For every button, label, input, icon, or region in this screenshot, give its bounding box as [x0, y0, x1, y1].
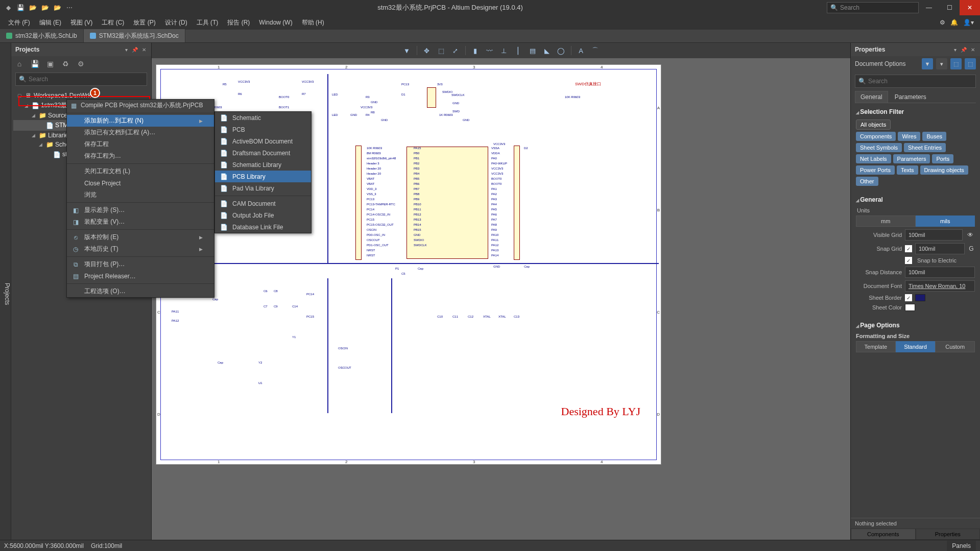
home-icon[interactable]: ⌂	[15, 60, 23, 68]
filter-dropdown-icon[interactable]: ▾	[936, 58, 947, 69]
footer-tab-properties[interactable]: Properties	[916, 529, 981, 540]
filter-all-objects[interactable]: All objects	[856, 119, 891, 130]
net-icon[interactable]: ⊥	[497, 45, 511, 56]
doc-font-value[interactable]: Times New Roman, 10	[905, 280, 975, 292]
projects-search[interactable]: 🔍	[15, 73, 147, 86]
context-menu-item[interactable]: 添加已有文档到工程 (A)…	[67, 127, 214, 138]
select-mode-1-icon[interactable]: ⬚	[950, 58, 962, 69]
panel-close-icon[interactable]: ✕	[141, 47, 147, 53]
user-icon[interactable]: 👤▾	[963, 19, 974, 26]
visible-grid-value[interactable]: 100mil	[905, 229, 963, 241]
sheet-color-swatch[interactable]	[905, 304, 915, 311]
context-menu-item[interactable]: 📄CAM Document	[215, 198, 311, 209]
filter-pill[interactable]: Wires	[898, 132, 920, 141]
eye-icon[interactable]: 👁	[966, 231, 975, 238]
snap-grid-value[interactable]: 100mil	[915, 243, 965, 254]
context-menu-item[interactable]: 📄Schematic	[215, 112, 311, 124]
filter-pill[interactable]: Texts	[897, 165, 918, 175]
filter-pill[interactable]: Power Ports	[856, 165, 895, 175]
panel-pin-icon[interactable]: 📌	[960, 47, 968, 53]
context-menu-item[interactable]: ◧显示差异 (S)…	[67, 204, 214, 216]
save-all-icon[interactable]: 💾	[31, 60, 39, 68]
text-icon[interactable]: A	[575, 45, 588, 56]
context-menu-item[interactable]: 浏览	[67, 189, 214, 201]
filter-pill[interactable]: Drawing objects	[920, 165, 968, 175]
snap-grid-checkbox[interactable]: ✓	[905, 245, 912, 252]
print-icon[interactable]: 📂	[53, 4, 61, 12]
filter-pill[interactable]: Parameters	[893, 154, 930, 163]
zoom-icon[interactable]: ⤢	[449, 45, 462, 56]
context-menu-item[interactable]: 📄PCB Library	[215, 171, 311, 182]
context-menu-item[interactable]: ▦Compile PCB Project stm32最小系统.PrjPCB	[67, 100, 214, 111]
tab-parameters[interactable]: Parameters	[889, 91, 932, 103]
context-menu-item[interactable]: 📄ActiveBOM Document	[215, 135, 311, 147]
global-search[interactable]: 🔍 Search	[827, 2, 919, 13]
filter-pill[interactable]: Sheet Entries	[904, 143, 946, 152]
filter-pill[interactable]: Buses	[922, 132, 946, 141]
panel-pin-icon[interactable]: 📌	[131, 47, 139, 53]
context-menu-item[interactable]: 📄Pad Via Library	[215, 182, 311, 194]
open-icon[interactable]: 📂	[29, 4, 37, 12]
context-menu-item[interactable]: 📄Draftsman Document	[215, 147, 311, 159]
maximize-button[interactable]: ☐	[939, 0, 960, 15]
units-mm[interactable]: mm	[856, 215, 916, 227]
context-menu-item[interactable]: 关闭工程文档 (L)	[67, 165, 214, 177]
grid-icon[interactable]: ▮	[469, 45, 482, 56]
menu-reports[interactable]: 报告 (R)	[223, 17, 254, 29]
gear-icon[interactable]: ⚙	[940, 19, 945, 26]
minimize-button[interactable]: —	[919, 0, 939, 15]
context-menu-item[interactable]: 保存工程	[67, 138, 214, 150]
menu-tools[interactable]: 工具 (T)	[193, 17, 223, 29]
menu-edit[interactable]: 编辑 (E)	[35, 17, 65, 29]
filter-pill[interactable]: Other	[856, 177, 878, 186]
bell-icon[interactable]: 🔔	[950, 19, 958, 26]
menu-window[interactable]: Window (W)	[255, 17, 296, 28]
snap-distance-value[interactable]: 100mil	[905, 267, 975, 278]
panels-button[interactable]: Panels	[947, 541, 976, 551]
context-menu-item[interactable]: ⧉项目打包 (P)…	[67, 258, 214, 270]
tab-schdoc[interactable]: STM32最小系统练习.SchDoc	[84, 29, 185, 42]
footer-tab-components[interactable]: Components	[851, 529, 916, 540]
context-menu-item[interactable]: 保存工程为…	[67, 150, 214, 162]
wire-icon[interactable]: 〰	[483, 45, 496, 56]
menu-place[interactable]: 放置 (P)	[129, 17, 159, 29]
toolbar-gear-icon[interactable]: ⚙	[77, 60, 85, 68]
power-icon[interactable]: ◣	[540, 45, 554, 56]
menu-file[interactable]: 文件 (F)	[4, 17, 34, 29]
context-menu-item[interactable]: 📄Schematic Library	[215, 159, 311, 171]
save-icon[interactable]: 💾	[16, 4, 25, 12]
context-menu-item[interactable]: 📄PCB	[215, 124, 311, 135]
tab-schlib[interactable]: stm32最小系统.SchLib	[0, 29, 84, 42]
sheet-border-checkbox[interactable]: ✓	[905, 294, 912, 301]
context-menu-item[interactable]: ⎋版本控制 (E)▶	[67, 231, 214, 243]
part-icon[interactable]: ◯	[555, 45, 568, 56]
panel-dropdown-icon[interactable]: ▾	[124, 47, 129, 53]
snap-electric-checkbox[interactable]: ✓	[905, 257, 912, 264]
bus-icon[interactable]: ⎮	[512, 45, 525, 56]
context-menu-item[interactable]: 📄Database Link File	[215, 221, 311, 233]
filter-pill[interactable]: Components	[856, 132, 896, 141]
menu-help[interactable]: 帮助 (H)	[298, 17, 328, 29]
filter-icon[interactable]: ▼	[400, 45, 414, 56]
sidebar-tab-projects[interactable]: Projects	[0, 43, 11, 540]
tab-general[interactable]: General	[855, 91, 888, 103]
projects-search-input[interactable]	[29, 76, 144, 83]
context-menu-item[interactable]: ◨装配变量 (V)…	[67, 216, 214, 228]
context-menu-item[interactable]: 工程选项 (O)…	[67, 285, 214, 297]
open-project-icon[interactable]: 📂	[41, 4, 49, 12]
menu-project[interactable]: 工程 (C)	[98, 17, 128, 29]
formatting-template[interactable]: Template	[856, 341, 896, 352]
properties-search[interactable]: 🔍	[855, 75, 976, 88]
formatting-custom[interactable]: Custom	[935, 341, 975, 352]
filter-button[interactable]: ▼	[922, 58, 933, 69]
context-menu-item[interactable]: ◷本地历史 (T)▶	[67, 243, 214, 255]
undo-icon[interactable]: ⋯	[65, 4, 74, 12]
sheet-border-swatch[interactable]	[915, 294, 925, 301]
filter-pill[interactable]: Ports	[932, 154, 953, 163]
panel-close-icon[interactable]: ✕	[970, 47, 976, 53]
select-icon[interactable]: ⬚	[435, 45, 448, 56]
properties-search-input[interactable]	[868, 78, 972, 85]
panel-dropdown-icon[interactable]: ▾	[953, 47, 958, 53]
filter-pill[interactable]: Sheet Symbols	[856, 143, 902, 152]
context-menu-item[interactable]: 添加新的…到工程 (N)▶	[67, 115, 214, 127]
